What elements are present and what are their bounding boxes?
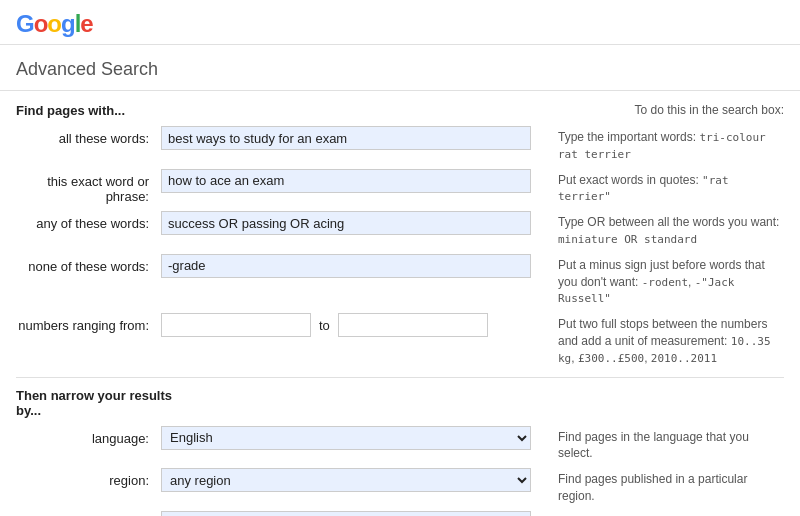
select-region[interactable]: any region United States United Kingdom … bbox=[161, 468, 531, 492]
input-all-words[interactable] bbox=[161, 126, 531, 150]
input-area-numbers-range: to bbox=[161, 313, 544, 337]
label-any-words: any of these words: bbox=[16, 211, 161, 231]
input-any-words[interactable] bbox=[161, 211, 531, 235]
desc-none-words: Put a minus sign just before words that … bbox=[544, 254, 784, 307]
input-area-last-update: anytime past 24 hours past week past mon… bbox=[161, 511, 544, 516]
desc-region: Find pages published in a particular reg… bbox=[544, 468, 784, 505]
row-none-words: none of these words: Put a minus sign ju… bbox=[16, 254, 784, 307]
row-exact-phrase: this exact word or phrase: Put exact wor… bbox=[16, 169, 784, 206]
section-divider bbox=[16, 377, 784, 378]
input-area-any-words bbox=[161, 211, 544, 235]
input-area-exact-phrase bbox=[161, 169, 544, 193]
find-heading-right: To do this in the search box: bbox=[635, 103, 784, 118]
logo-o2: o bbox=[47, 10, 61, 38]
label-numbers-range: numbers ranging from: bbox=[16, 313, 161, 333]
find-heading-left: Find pages with... bbox=[16, 103, 125, 118]
input-range-to[interactable] bbox=[338, 313, 488, 337]
google-logo: Google bbox=[16, 10, 784, 38]
logo-e: e bbox=[80, 10, 92, 38]
input-area-all-words bbox=[161, 126, 544, 150]
narrow-section-title: Then narrow your resultsby... bbox=[16, 388, 784, 418]
input-area-region: any region United States United Kingdom … bbox=[161, 468, 544, 492]
label-none-words: none of these words: bbox=[16, 254, 161, 274]
row-numbers-range: numbers ranging from: to Put two full st… bbox=[16, 313, 784, 366]
desc-last-update: Find pages updated within the time that … bbox=[544, 511, 784, 516]
input-none-words[interactable] bbox=[161, 254, 531, 278]
desc-numbers-range: Put two full stops between the numbers a… bbox=[544, 313, 784, 366]
label-last-update: last update: bbox=[16, 511, 161, 516]
logo-g: G bbox=[16, 10, 34, 38]
logo-g2: g bbox=[61, 10, 75, 38]
page-title: Advanced Search bbox=[16, 59, 784, 80]
label-region: region: bbox=[16, 468, 161, 488]
desc-all-words: Type the important words: tri-colour rat… bbox=[544, 126, 784, 163]
row-last-update: last update: anytime past 24 hours past … bbox=[16, 511, 784, 516]
select-last-update[interactable]: anytime past 24 hours past week past mon… bbox=[161, 511, 531, 516]
input-area-none-words bbox=[161, 254, 544, 278]
label-language: language: bbox=[16, 426, 161, 446]
desc-language: Find pages in the language that you sele… bbox=[544, 426, 784, 463]
logo-o1: o bbox=[34, 10, 48, 38]
input-area-language: any language English French German Spani… bbox=[161, 426, 544, 450]
desc-any-words: Type OR between all the words you want: … bbox=[544, 211, 784, 248]
desc-exact-phrase: Put exact words in quotes: "rat terrier" bbox=[544, 169, 784, 206]
main-content: Find pages with... To do this in the sea… bbox=[0, 91, 800, 516]
input-range-from[interactable] bbox=[161, 313, 311, 337]
row-all-words: all these words: Type the important word… bbox=[16, 126, 784, 163]
select-language[interactable]: any language English French German Spani… bbox=[161, 426, 531, 450]
row-language: language: any language English French Ge… bbox=[16, 426, 784, 463]
row-region: region: any region United States United … bbox=[16, 468, 784, 505]
range-to-label: to bbox=[311, 318, 338, 333]
row-any-words: any of these words: Type OR between all … bbox=[16, 211, 784, 248]
label-exact-phrase: this exact word or phrase: bbox=[16, 169, 161, 204]
header: Google bbox=[0, 0, 800, 45]
page-title-area: Advanced Search bbox=[0, 45, 800, 91]
label-all-words: all these words: bbox=[16, 126, 161, 146]
find-section-header: Find pages with... To do this in the sea… bbox=[16, 103, 784, 118]
input-exact-phrase[interactable] bbox=[161, 169, 531, 193]
